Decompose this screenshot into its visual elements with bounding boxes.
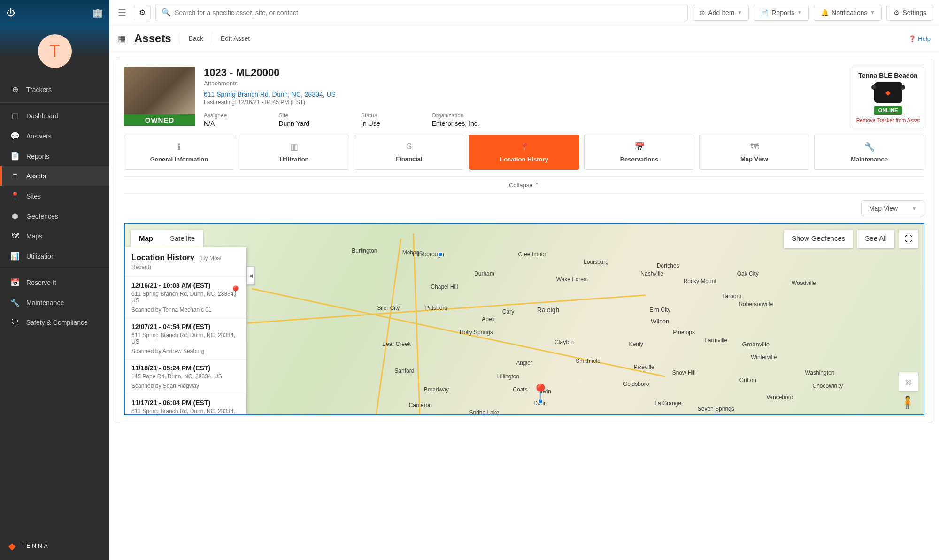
power-icon[interactable]: ⏻ xyxy=(7,8,15,18)
brand-logo-icon: ◆ xyxy=(8,540,17,552)
tab-utilization[interactable]: ▥Utilization xyxy=(239,135,349,170)
sidebar-icon: ⊕ xyxy=(10,85,20,94)
pegman-icon[interactable]: 🧍 xyxy=(900,395,915,410)
tab-location-history[interactable]: 📍Location History xyxy=(469,135,579,170)
history-item[interactable]: 11/18/21 - 05:24 PM (EST)115 Pope Rd, Du… xyxy=(125,359,246,394)
remove-tracker-link[interactable]: Remove Tracker from Asset xyxy=(856,117,920,123)
history-date: 12/16/21 - 10:08 AM (EST) xyxy=(131,282,240,289)
sidebar-item-reserve-it[interactable]: 📅Reserve It xyxy=(0,272,109,292)
sidebar: ⏻ 🏢 T ⊕Trackers◫Dashboard💬Answers📄Report… xyxy=(0,0,109,560)
plus-icon: ⊕ xyxy=(700,9,705,16)
brand: ◆ TENNA xyxy=(0,532,109,560)
see-all-button[interactable]: See All xyxy=(857,230,894,248)
meta-label: Status xyxy=(361,112,380,119)
sidebar-item-maintenance[interactable]: 🔧Maintenance xyxy=(0,292,109,313)
sidebar-item-label: Assets xyxy=(26,172,46,180)
tab-financial[interactable]: $Financial xyxy=(354,135,464,170)
add-item-button[interactable]: ⊕Add Item▼ xyxy=(693,5,749,21)
search-box[interactable]: 🔍 xyxy=(155,4,688,21)
meta-label: Site xyxy=(278,112,309,119)
history-title: Location History xyxy=(131,253,194,262)
asset-meta-item: OrganizationEnterprises, Inc. xyxy=(431,112,479,127)
sidebar-item-maps[interactable]: 🗺Maps xyxy=(0,226,109,246)
asset-meta-item: AssigneeN/A xyxy=(204,112,227,127)
map-type-satellite[interactable]: Satellite xyxy=(162,230,203,247)
asset-meta: AssigneeN/ASiteDunn YardStatusIn UseOrga… xyxy=(204,112,843,127)
notifications-label: Notifications xyxy=(831,9,867,16)
tab-reservations[interactable]: 📅Reservations xyxy=(584,135,694,170)
asset-meta-item: SiteDunn Yard xyxy=(278,112,309,127)
sidebar-item-answers[interactable]: 💬Answers xyxy=(0,126,109,146)
collapse-label: Collapse xyxy=(509,182,533,189)
avatar[interactable]: T xyxy=(38,34,72,68)
fullscreen-button[interactable]: ⛶ xyxy=(899,230,918,248)
sidebar-item-sites[interactable]: 📍Sites xyxy=(0,186,109,206)
chevron-down-icon: ▼ xyxy=(870,10,875,15)
history-date: 11/17/21 - 06:04 PM (EST) xyxy=(131,399,240,407)
tracker-box: Tenna BLE Beacon ◆ ONLINE Remove Tracker… xyxy=(852,67,924,128)
tab-map-view[interactable]: 🗺Map View xyxy=(699,135,809,170)
meta-value: In Use xyxy=(361,120,380,127)
chevron-down-icon: ▼ xyxy=(737,10,742,15)
sidebar-item-geofences[interactable]: ⬢Geofences xyxy=(0,206,109,226)
tab-general-information[interactable]: ℹGeneral Information xyxy=(124,135,234,170)
filter-button[interactable]: ⚙ xyxy=(134,5,151,20)
asset-title: 1023 - ML20000 xyxy=(204,67,843,79)
sidebar-item-safety-compliance[interactable]: 🛡Safety & Compliance xyxy=(0,313,109,332)
chevron-down-icon: ▼ xyxy=(797,10,802,15)
show-geofences-button[interactable]: Show Geofences xyxy=(784,230,853,248)
map[interactable]: Map Satellite Show Geofences See All ⛶ ◀… xyxy=(124,223,924,415)
sidebar-items: ⊕Trackers◫Dashboard💬Answers📄Reports≡Asse… xyxy=(0,79,109,532)
sidebar-icon: 📍 xyxy=(10,192,20,200)
sidebar-item-dashboard[interactable]: ◫Dashboard xyxy=(0,106,109,126)
sidebar-item-assets[interactable]: ≡Assets xyxy=(0,166,109,186)
meta-value: Enterprises, Inc. xyxy=(431,120,479,127)
settings-button[interactable]: ⚙Settings xyxy=(886,5,933,21)
history-item[interactable]: 12/16/21 - 10:08 AM (EST)611 Spring Bran… xyxy=(125,276,246,318)
search-input[interactable] xyxy=(175,9,682,16)
avatar-wrap: T xyxy=(0,26,109,79)
asset-card: OWNED 1023 - ML20000 Attachments 611 Spr… xyxy=(116,59,932,423)
map-type-map[interactable]: Map xyxy=(131,230,162,247)
sidebar-item-reports[interactable]: 📄Reports xyxy=(0,146,109,166)
map-pin-icon[interactable]: 📍 xyxy=(531,383,550,401)
history-address: 611 Spring Branch Rd, Dunn, NC, 28334, U… xyxy=(131,408,240,414)
tab-maintenance[interactable]: 🔧Maintenance xyxy=(814,135,924,170)
view-selector[interactable]: Map View ▼ xyxy=(861,200,924,216)
back-link[interactable]: Back xyxy=(189,35,203,42)
notifications-button[interactable]: 🔔Notifications▼ xyxy=(814,5,882,21)
page-title: Assets xyxy=(134,32,171,45)
locate-button[interactable]: ◎ xyxy=(899,372,918,391)
sidebar-item-utilization[interactable]: 📊Utilization xyxy=(0,246,109,266)
asset-head: OWNED 1023 - ML20000 Attachments 611 Spr… xyxy=(124,67,924,128)
history-item[interactable]: 11/17/21 - 06:04 PM (EST)611 Spring Bran… xyxy=(125,394,246,414)
help-link[interactable]: ❓Help xyxy=(908,35,931,42)
sidebar-item-trackers[interactable]: ⊕Trackers xyxy=(0,79,109,100)
edit-asset-link[interactable]: Edit Asset xyxy=(221,35,250,42)
history-item[interactable]: 12/07/21 - 04:54 PM (EST)611 Spring Bran… xyxy=(125,318,246,359)
sidebar-top: ⏻ 🏢 xyxy=(0,0,109,26)
map-dot[interactable] xyxy=(438,252,443,257)
target-icon: ◎ xyxy=(905,377,912,386)
view-selector-label: Map View xyxy=(869,205,898,212)
reports-button[interactable]: 📄Reports▼ xyxy=(754,5,809,21)
organization-icon[interactable]: 🏢 xyxy=(92,8,103,18)
map-type-toggle: Map Satellite xyxy=(131,230,203,247)
add-item-label: Add Item xyxy=(708,9,734,16)
collapse-button[interactable]: Collapse ⌃ xyxy=(124,176,924,194)
menu-icon[interactable]: ☰ xyxy=(115,4,129,21)
tune-icon: ⚙ xyxy=(139,8,146,16)
history-date: 12/07/21 - 04:54 PM (EST) xyxy=(131,323,240,330)
sidebar-item-label: Dashboard xyxy=(26,112,59,120)
tab-icon: 📍 xyxy=(471,142,577,152)
collapse-panel-button[interactable]: ◀ xyxy=(246,266,255,285)
history-address: 115 Pope Rd, Dunn, NC, 28334, US xyxy=(131,373,240,380)
sidebar-item-label: Geofences xyxy=(26,213,58,220)
asset-address-link[interactable]: 611 Spring Branch Rd, Dunn, NC, 28334, U… xyxy=(204,91,843,98)
meta-value: Dunn Yard xyxy=(278,120,309,127)
topbar: ☰ ⚙ 🔍 ⊕Add Item▼ 📄Reports▼ 🔔Notification… xyxy=(109,0,939,25)
view-row: Map View ▼ xyxy=(124,200,924,216)
help-icon: ❓ xyxy=(908,35,916,42)
bell-icon: 🔔 xyxy=(821,9,829,16)
sidebar-icon: 🔧 xyxy=(10,298,20,307)
